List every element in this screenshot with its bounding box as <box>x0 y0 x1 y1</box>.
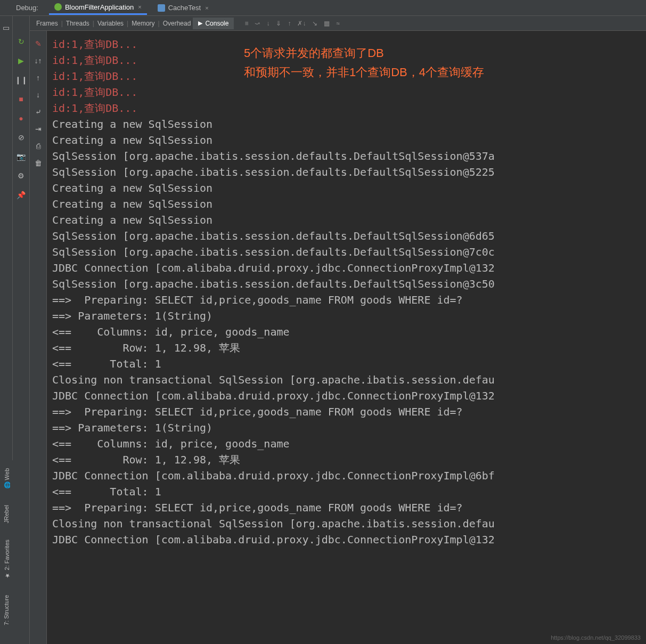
project-icon[interactable]: ▭ <box>1 22 12 33</box>
console-line: SqlSession [org.apache.ibatis.session.de… <box>52 276 641 292</box>
step-out-icon[interactable]: ↑ <box>288 20 291 27</box>
console-line: Creating a new SqlSession <box>52 196 641 212</box>
tab-memory[interactable]: Memory <box>129 20 157 27</box>
console-line: <== Columns: id, price, goods_name <box>52 324 641 340</box>
tab-overhead[interactable]: Overhead <box>161 20 193 27</box>
up-icon[interactable]: ↑ <box>33 72 44 83</box>
debug-tabs-bar: Debug: BloomFilterApplication × CacheTes… <box>0 0 646 16</box>
tab-bloomfilter[interactable]: BloomFilterApplication × <box>49 1 147 15</box>
console-label: Console <box>205 20 228 27</box>
console-line: <== Row: 1, 12.98, 苹果 <box>52 452 641 468</box>
annotation-text: 5个请求并发的都查询了DB 和预期不一致，并非1个查询DB，4个查询缓存 <box>244 44 484 82</box>
console-line: ==> Parameters: 1(String) <box>52 420 641 436</box>
tab-label: CacheTest <box>168 4 201 12</box>
side-jrebel[interactable]: JRebel <box>3 505 10 523</box>
camera-icon[interactable]: 📷 <box>16 151 27 162</box>
step-into-icon[interactable]: ↓ <box>266 20 269 27</box>
console-line: Closing non transactional SqlSession [or… <box>52 516 641 532</box>
tab-cachetest[interactable]: CacheTest × <box>152 2 214 14</box>
side-favorites[interactable]: ★ 2: Favorites <box>3 540 10 579</box>
scroll-icon[interactable]: ↓↑ <box>33 55 44 66</box>
scroll-end-icon[interactable]: ⇥ <box>33 124 44 134</box>
gear-icon[interactable]: ⚙ <box>16 170 27 181</box>
resume-icon[interactable]: ▶ <box>16 55 27 66</box>
console-line: <== Columns: id, price, goods_name <box>52 436 641 452</box>
console-line: JDBC Connection [com.alibaba.druid.proxy… <box>52 388 641 404</box>
close-icon[interactable]: × <box>205 5 208 11</box>
console-line: SqlSession [org.apache.ibatis.session.de… <box>52 228 641 244</box>
step-over-icon[interactable]: ⤻ <box>255 20 260 27</box>
rerun-icon[interactable]: ↻ <box>16 36 27 47</box>
breakpoints-icon[interactable]: ● <box>16 113 27 124</box>
soft-wrap-icon[interactable]: ⤶ <box>33 107 44 117</box>
console-line: Creating a new SqlSession <box>52 212 641 228</box>
console-line: JDBC Connection [com.alibaba.druid.proxy… <box>52 468 641 484</box>
watermark: https://blog.csdn.net/qq_32099833 <box>551 634 641 641</box>
stop-icon[interactable]: ■ <box>16 94 27 104</box>
console-line: ==> Preparing: SELECT id,price,goods_nam… <box>52 404 641 420</box>
console-line: JDBC Connection [com.alibaba.druid.proxy… <box>52 532 641 548</box>
tab-label: BloomFilterApplication <box>65 3 134 11</box>
console-line: Creating a new SqlSession <box>52 116 641 132</box>
clear-icon[interactable]: ✎ <box>33 38 44 49</box>
run-config-icon <box>54 3 62 11</box>
run-to-cursor-icon[interactable]: ↘ <box>312 20 317 27</box>
down-icon[interactable]: ↓ <box>33 89 44 100</box>
close-icon[interactable]: × <box>138 4 141 10</box>
tab-frames[interactable]: Frames <box>34 20 60 27</box>
pin-icon[interactable]: 📌 <box>16 190 27 200</box>
side-tool-labels: 7: Structure ★ 2: Favorites JRebel 🌐 Web <box>0 460 13 644</box>
tab-console[interactable]: ▶ Console <box>193 18 234 29</box>
trash-icon[interactable]: 🗑 <box>33 158 44 168</box>
console-line: <== Total: 1 <box>52 484 641 500</box>
annotation-line1: 5个请求并发的都查询了DB <box>244 44 484 63</box>
console-line: <== Row: 1, 12.98, 苹果 <box>52 340 641 356</box>
console-output[interactable]: 5个请求并发的都查询了DB 和预期不一致，并非1个查询DB，4个查询缓存 id:… <box>47 31 646 644</box>
trace-icon[interactable]: ≈ <box>336 20 340 27</box>
console-line: JDBC Connection [com.alibaba.druid.proxy… <box>52 260 641 276</box>
force-step-into-icon[interactable]: ⇓ <box>276 20 281 27</box>
console-line: SqlSession [org.apache.ibatis.session.de… <box>52 148 641 164</box>
console-icon: ▶ <box>198 20 202 27</box>
test-config-icon <box>158 4 165 12</box>
annotation-line2: 和预期不一致，并非1个查询DB，4个查询缓存 <box>244 63 484 82</box>
show-exec-icon[interactable]: ≡ <box>244 20 248 27</box>
side-web[interactable]: 🌐 Web <box>3 468 10 489</box>
print-icon[interactable]: ⎙ <box>33 141 44 151</box>
tab-threads[interactable]: Threads <box>64 20 92 27</box>
console-line: Creating a new SqlSession <box>52 180 641 196</box>
console-line: SqlSession [org.apache.ibatis.session.de… <box>52 164 641 180</box>
console-line: ==> Parameters: 1(String) <box>52 308 641 324</box>
evaluate-icon[interactable]: ▦ <box>324 20 330 27</box>
debug-toolbar: ↻ ▶ ❙❙ ■ ● ⊘ 📷 ⚙ 📌 <box>13 16 30 644</box>
console-line: id:1,查询DB... <box>52 100 641 116</box>
console-line: Closing non transactional SqlSession [or… <box>52 372 641 388</box>
debug-subtabs: Frames | Threads | Variables | Memory | … <box>30 16 646 31</box>
debug-label: Debug: <box>16 4 38 12</box>
drop-frame-icon[interactable]: ✗↓ <box>297 20 306 27</box>
console-line: ==> Preparing: SELECT id,price,goods_nam… <box>52 500 641 516</box>
console-line: SqlSession [org.apache.ibatis.session.de… <box>52 244 641 260</box>
pause-icon[interactable]: ❙❙ <box>16 75 27 85</box>
step-toolbar: ≡ ⤻ ↓ ⇓ ↑ ✗↓ ↘ ▦ ≈ <box>244 20 340 27</box>
console-line: id:1,查询DB... <box>52 84 641 100</box>
tab-variables[interactable]: Variables <box>95 20 126 27</box>
console-toolbar: ✎ ↓↑ ↑ ↓ ⤶ ⇥ ⎙ 🗑 <box>30 31 47 644</box>
console-line: Creating a new SqlSession <box>52 132 641 148</box>
mute-breakpoints-icon[interactable]: ⊘ <box>16 132 27 143</box>
console-line: ==> Preparing: SELECT id,price,goods_nam… <box>52 292 641 308</box>
console-line: <== Total: 1 <box>52 356 641 372</box>
side-structure[interactable]: 7: Structure <box>3 595 10 625</box>
